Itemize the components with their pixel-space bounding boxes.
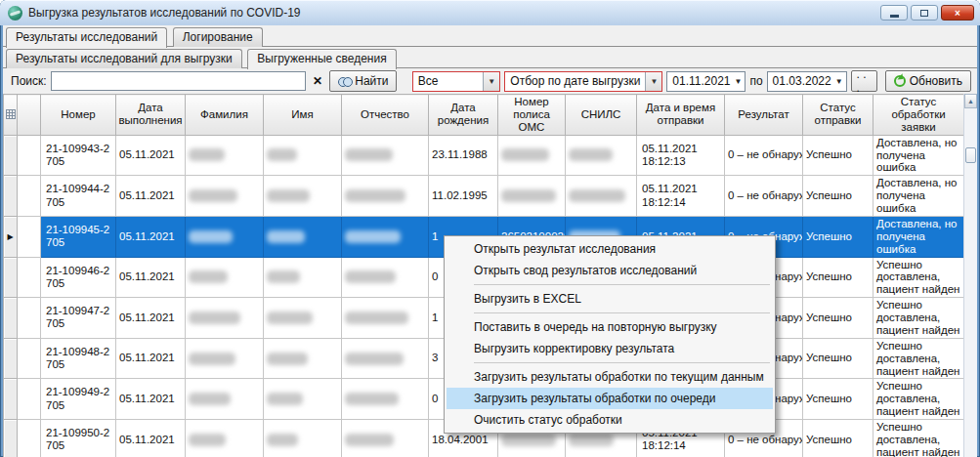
cell-snils[interactable] bbox=[566, 176, 637, 217]
cell-surname[interactable] bbox=[186, 216, 264, 257]
column-header-gap[interactable] bbox=[18, 95, 41, 136]
cell-exec_date[interactable]: 05.11.2021 bbox=[116, 420, 186, 457]
scroll-up-button[interactable]: ▲ bbox=[964, 94, 977, 108]
cell-name[interactable] bbox=[264, 298, 342, 339]
cell-request_status[interactable]: Успешно доставлена, пациент найден bbox=[873, 257, 964, 298]
cell-patronymic[interactable] bbox=[342, 420, 429, 457]
cell-oms[interactable] bbox=[498, 135, 566, 176]
cell-request_status[interactable]: Успешно доставлена, пациент найден bbox=[873, 338, 964, 379]
cell-name[interactable] bbox=[264, 176, 342, 217]
cell-sent[interactable]: 05.11.2021 18:12:13 bbox=[637, 135, 725, 176]
minimize-button[interactable] bbox=[880, 5, 908, 21]
cell-name[interactable] bbox=[264, 216, 342, 257]
cell-name[interactable] bbox=[264, 135, 342, 176]
cell-name[interactable] bbox=[264, 338, 342, 379]
cell-name[interactable] bbox=[264, 379, 342, 420]
column-header-mark[interactable] bbox=[4, 95, 18, 136]
cell-request_status[interactable]: Доставлена, но получена ошибка bbox=[873, 216, 964, 257]
cell-surname[interactable] bbox=[186, 420, 264, 457]
column-header-sent[interactable]: Дата и время отправки bbox=[637, 95, 725, 136]
cell-number[interactable]: 21-109946-2705 bbox=[41, 257, 116, 298]
column-header-birth_date[interactable]: Дата рождения bbox=[429, 95, 498, 136]
menu-item[interactable]: Поставить в очередь на повторную выгрузк… bbox=[447, 316, 773, 338]
cell-sent[interactable]: 05.11.2021 18:12:14 bbox=[637, 176, 725, 217]
cell-patronymic[interactable] bbox=[342, 176, 429, 217]
cell-surname[interactable] bbox=[186, 176, 264, 217]
cell-number[interactable]: 21-109945-2705 bbox=[41, 216, 116, 257]
column-header-oms[interactable]: Номер полиса ОМС bbox=[498, 95, 566, 136]
cell-oms[interactable] bbox=[498, 176, 566, 217]
column-header-send_status[interactable]: Статус отправки bbox=[803, 95, 873, 136]
tab-exported-data[interactable]: Выгруженные сведения bbox=[247, 49, 396, 69]
refresh-button[interactable]: Обновить bbox=[885, 70, 971, 92]
filter-mode-combobox[interactable]: Отбор по дате выгрузки ▼ bbox=[504, 71, 662, 92]
cell-number[interactable]: 21-109947-2705 bbox=[41, 298, 116, 339]
scope-combobox[interactable]: Все ▼ bbox=[412, 71, 501, 92]
cell-snils[interactable] bbox=[566, 135, 637, 176]
find-button[interactable]: Найти bbox=[329, 70, 397, 92]
cell-patronymic[interactable] bbox=[342, 379, 429, 420]
cell-request_status[interactable]: Успешно доставлена, пациент найден bbox=[873, 379, 964, 420]
tab-results-for-export[interactable]: Результаты исследований для выгрузки bbox=[6, 49, 242, 68]
cell-patronymic[interactable] bbox=[342, 338, 429, 379]
cell-birth_date[interactable]: 23.11.1988 bbox=[429, 135, 498, 176]
chevron-down-icon[interactable]: ▼ bbox=[645, 72, 661, 91]
cell-exec_date[interactable]: 05.11.2021 bbox=[116, 379, 186, 420]
menu-item[interactable]: Открыть свод результатов исследований bbox=[447, 260, 773, 281]
cell-number[interactable]: 21-109943-2705 bbox=[41, 135, 116, 176]
menu-item[interactable]: Очистить статус обработки bbox=[447, 409, 773, 431]
cell-name[interactable] bbox=[264, 420, 342, 457]
cell-surname[interactable] bbox=[186, 298, 264, 339]
date-to-picker[interactable]: 01.03.2022 ▼ bbox=[767, 71, 847, 92]
cell-send_status[interactable]: Успешно bbox=[803, 257, 873, 298]
cell-patronymic[interactable] bbox=[342, 216, 429, 257]
cell-name[interactable] bbox=[264, 257, 342, 298]
column-header-number[interactable]: Номер bbox=[41, 95, 116, 136]
cell-patronymic[interactable] bbox=[342, 135, 429, 176]
scrollbar-thumb[interactable] bbox=[965, 147, 976, 163]
cell-number[interactable]: 21-109950-2705 bbox=[41, 420, 116, 457]
cell-result[interactable]: 0 – не обнаружен bbox=[725, 135, 803, 176]
column-header-patronymic[interactable]: Отчество bbox=[342, 95, 429, 136]
column-header-result[interactable]: Результат bbox=[725, 95, 803, 136]
date-from-picker[interactable]: 01.11.2021 ▼ bbox=[666, 71, 746, 92]
menu-item[interactable]: Загрузить результаты обработки по текущи… bbox=[447, 366, 773, 388]
table-row[interactable]: 21-109943-270505.11.202123.11.198805.11.… bbox=[4, 135, 964, 176]
cell-result[interactable]: 0 – не обнаружен bbox=[725, 176, 803, 217]
column-header-surname[interactable]: Фамилия bbox=[186, 95, 264, 136]
close-button[interactable]: × bbox=[941, 5, 974, 21]
menu-item[interactable]: Открыть результат исследования bbox=[447, 238, 773, 260]
table-row[interactable]: 21-109944-270505.11.202111.02.199505.11.… bbox=[4, 176, 964, 217]
cell-send_status[interactable]: Успешно bbox=[803, 135, 873, 176]
column-header-request_status[interactable]: Статус обработки заявки bbox=[873, 95, 964, 136]
cell-request_status[interactable]: Доставлена, но получена ошибка bbox=[873, 135, 964, 176]
chevron-down-icon[interactable]: ▼ bbox=[835, 77, 843, 86]
more-options-button[interactable]: . . . bbox=[851, 70, 877, 92]
chevron-down-icon[interactable]: ▼ bbox=[483, 72, 499, 91]
cell-birth_date[interactable]: 11.02.1995 bbox=[429, 176, 498, 217]
column-header-snils[interactable]: СНИЛС bbox=[566, 95, 637, 136]
cell-send_status[interactable]: Успешно bbox=[803, 379, 873, 420]
cell-surname[interactable] bbox=[186, 379, 264, 420]
cell-exec_date[interactable]: 05.11.2021 bbox=[116, 216, 186, 257]
tab-logging[interactable]: Логирование bbox=[173, 27, 263, 47]
cell-send_status[interactable]: Успешно bbox=[803, 338, 873, 379]
menu-item[interactable]: Загрузить результаты обработки по очеред… bbox=[447, 388, 773, 409]
cell-send_status[interactable]: Успешно bbox=[803, 176, 873, 217]
cell-send_status[interactable]: Успешно bbox=[803, 298, 873, 339]
cell-exec_date[interactable]: 05.11.2021 bbox=[116, 257, 186, 298]
cell-send_status[interactable]: Успешно bbox=[803, 216, 873, 257]
cell-exec_date[interactable]: 05.11.2021 bbox=[116, 298, 186, 339]
column-header-exec_date[interactable]: Дата выполнения bbox=[116, 95, 186, 136]
cell-surname[interactable] bbox=[186, 135, 264, 176]
menu-item[interactable]: Выгрузить корректировку результата bbox=[447, 338, 773, 359]
tab-results[interactable]: Результаты исследований bbox=[6, 27, 167, 48]
column-header-name[interactable]: Имя bbox=[264, 95, 342, 136]
cell-number[interactable]: 21-109944-2705 bbox=[41, 176, 116, 217]
vertical-scrollbar[interactable]: ▲ bbox=[963, 94, 977, 457]
cell-send_status[interactable]: Успешно bbox=[803, 420, 873, 457]
cell-number[interactable]: 21-109948-2705 bbox=[41, 338, 116, 379]
cell-exec_date[interactable]: 05.11.2021 bbox=[116, 338, 186, 379]
clear-search-button[interactable]: ✕ bbox=[310, 71, 325, 91]
cell-patronymic[interactable] bbox=[342, 257, 429, 298]
